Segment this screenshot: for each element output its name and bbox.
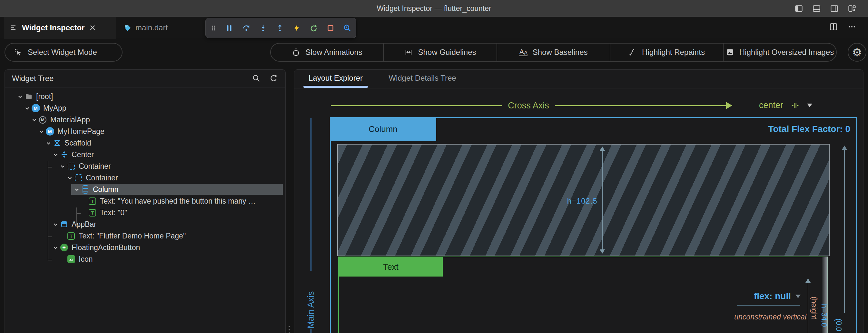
search-icon[interactable]: [252, 74, 261, 83]
tab-widget-details-tree[interactable]: Widget Details Tree: [382, 73, 463, 83]
step-over-icon[interactable]: [242, 24, 251, 32]
tree-item-label: Container: [79, 162, 111, 171]
toggle-show-baselines[interactable]: AA Show Baselines: [497, 43, 610, 61]
toggle-highlight-oversized-images[interactable]: Highlight Oversized Images: [723, 43, 836, 61]
tree-item-floatingactionbutton[interactable]: + FloatingActionButton: [5, 242, 285, 253]
tree-item-text-counter-value[interactable]: T Text: "0": [5, 207, 285, 218]
text-widget-icon: T: [89, 209, 96, 216]
tree-item-label: MyApp: [43, 104, 66, 113]
chevron-down-icon[interactable]: [25, 105, 30, 111]
dart-file-icon: [123, 24, 131, 32]
select-widget-mode-label: Select Widget Mode: [28, 48, 97, 57]
chevron-down-icon: [796, 295, 801, 298]
chevron-down-icon[interactable]: [60, 163, 65, 169]
chevron-down-icon[interactable]: [32, 117, 37, 123]
hot-reload-icon[interactable]: [292, 24, 301, 32]
widget-class-icon: M: [32, 104, 40, 112]
chevron-down-icon[interactable]: [46, 140, 51, 146]
column-height-arrow: [842, 146, 847, 313]
tree-item-scaffold[interactable]: Scaffold: [5, 137, 285, 149]
column-widget-icon: [83, 185, 88, 193]
tree-item-icon[interactable]: Icon: [5, 253, 285, 265]
toggle-highlight-repaints[interactable]: Highlight Repaints: [610, 43, 723, 61]
tree-item-myhomepage[interactable]: M MyHomePage: [5, 125, 285, 137]
tree-item-materialapp[interactable]: M MaterialApp: [5, 114, 285, 125]
restart-icon[interactable]: [310, 24, 318, 32]
main-axis-line: [311, 118, 311, 271]
tab-layout-explorer[interactable]: Layout Explorer: [303, 73, 368, 83]
fab-icon: +: [60, 244, 68, 251]
chevron-down-icon[interactable]: [18, 94, 23, 99]
tree-item-label: Center: [71, 150, 94, 159]
tree-guide-stub: [76, 225, 81, 225]
cross-axis-alignment-dropdown[interactable]: center: [759, 100, 812, 110]
tree-item-label: Text: "You have pushed the button this m…: [100, 197, 256, 206]
chevron-down-icon: [807, 103, 812, 107]
text-height-prefix: (height: [810, 297, 818, 319]
inspect-widget-icon[interactable]: [343, 24, 351, 32]
text-widget-icon: T: [89, 198, 96, 205]
toggle-label: Show Baselines: [533, 48, 588, 57]
tree-item-label: MaterialApp: [50, 116, 90, 124]
toggle-primary-sidebar-icon[interactable]: [795, 4, 803, 13]
tree-item-label: Container: [86, 174, 118, 182]
stop-icon[interactable]: [326, 24, 335, 32]
flex-dropdown[interactable]: flex: null: [739, 291, 801, 301]
toggle-slow-animations[interactable]: Slow Animations: [271, 43, 384, 61]
pause-icon[interactable]: [225, 24, 234, 32]
tree-item-container[interactable]: Container: [5, 160, 285, 172]
tree-guide-stub: [48, 260, 52, 261]
free-space-height-label: h=102.5: [552, 197, 597, 206]
editor-actions: [829, 23, 857, 31]
baselines-icon: AA: [519, 49, 527, 56]
tree-item-text-counter-caption[interactable]: T Text: "You have pushed the button this…: [5, 195, 285, 207]
chevron-down-icon[interactable]: [39, 129, 44, 134]
toggle-label: Highlight Oversized Images: [739, 48, 834, 57]
text-widget-icon: T: [67, 232, 75, 240]
tree-item-column-selected[interactable]: Column: [5, 184, 285, 195]
step-into-icon[interactable]: [259, 24, 267, 32]
tab-main-dart[interactable]: main.dart: [117, 17, 193, 39]
tree-item-appbar[interactable]: AppBar: [5, 218, 285, 230]
tree-item-label: FloatingActionButton: [71, 243, 140, 252]
toggle-secondary-sidebar-icon[interactable]: [830, 4, 839, 13]
toggle-panel-icon[interactable]: [812, 4, 821, 13]
tree-item-text-appbar-title[interactable]: T Text: "Flutter Demo Home Page": [5, 230, 285, 242]
more-actions-icon[interactable]: [847, 23, 857, 31]
chevron-down-icon[interactable]: [53, 245, 58, 250]
customize-layout-icon[interactable]: [848, 4, 857, 13]
tree-item-center[interactable]: Center: [5, 149, 285, 160]
panel-splitter[interactable]: [288, 326, 290, 333]
container-icon: [75, 174, 82, 181]
column-box-tab[interactable]: Column: [330, 117, 436, 141]
drag-handle-icon[interactable]: [210, 24, 217, 32]
align-center-icon: [791, 101, 799, 110]
chevron-down-icon[interactable]: [67, 175, 72, 181]
tree-item-label: Scaffold: [64, 139, 91, 148]
tree-item-myapp[interactable]: M MyApp: [5, 102, 285, 114]
tab-widget-inspector[interactable]: Widget Inspector: [4, 17, 116, 39]
repaint-brush-icon: [628, 48, 637, 57]
tree-item-root[interactable]: [root]: [5, 91, 285, 102]
step-out-icon[interactable]: [276, 24, 284, 32]
toggle-show-guidelines[interactable]: Show Guidelines: [384, 43, 497, 61]
total-flex-factor: Total Flex Factor: 0: [768, 124, 850, 134]
tree-item-label: [root]: [36, 92, 53, 101]
inspector-settings-button[interactable]: ⚙: [848, 43, 866, 62]
close-icon[interactable]: [89, 24, 96, 31]
widget-tree: [root] M MyApp M MaterialApp M MyHomePag…: [5, 87, 285, 265]
tree-item-container[interactable]: Container: [5, 172, 285, 184]
container-icon: [68, 163, 75, 170]
split-editor-icon[interactable]: [829, 23, 838, 31]
tree-guide-stub: [48, 237, 52, 237]
chevron-down-icon[interactable]: [53, 152, 58, 157]
refresh-icon[interactable]: [269, 74, 278, 83]
tree-guide-line: [48, 161, 49, 261]
select-widget-mode-button[interactable]: Select Widget Mode: [4, 43, 123, 62]
toggle-label: Show Guidelines: [418, 48, 476, 57]
widget-tree-header: Widget Tree: [5, 70, 285, 87]
chevron-down-icon[interactable]: [74, 187, 80, 192]
widget-tree-icon: [10, 24, 18, 32]
chevron-down-icon[interactable]: [53, 222, 58, 227]
text-box-tab[interactable]: Text: [339, 257, 443, 276]
